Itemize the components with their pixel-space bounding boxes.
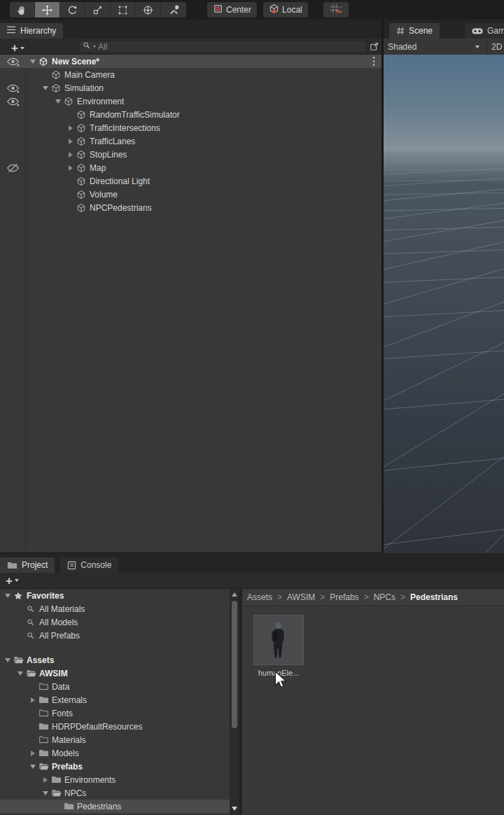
expander-slot[interactable]: [53, 99, 63, 104]
project-item-data[interactable]: Data: [0, 680, 230, 693]
expander-right-icon[interactable]: [69, 152, 73, 158]
eye-off-icon[interactable]: [6, 163, 20, 173]
expander-down-icon[interactable]: [30, 60, 36, 64]
project-item-all-models[interactable]: All Models: [0, 615, 230, 629]
visibility-toggle[interactable]: [0, 161, 25, 174]
rotate-tool-button[interactable]: [60, 2, 85, 18]
project-item-hdrpdefaultresources[interactable]: HDRPDefaultResources: [0, 720, 230, 733]
visibility-toggle[interactable]: [0, 95, 25, 108]
scrollbar-thumb[interactable]: [232, 601, 237, 728]
project-item-npcs[interactable]: NPCs: [0, 786, 230, 800]
hand-tool-button[interactable]: [10, 2, 35, 18]
hierarchy-item-directional-light[interactable]: Directional Light: [0, 174, 382, 188]
project-item-prefabs[interactable]: Prefabs: [0, 760, 230, 773]
project-item-all-materials[interactable]: All Materials: [0, 602, 230, 615]
expander-right-icon[interactable]: [69, 139, 73, 144]
expander-right-icon[interactable]: [69, 125, 73, 131]
breadcrumb-item-assets[interactable]: Assets: [247, 592, 272, 602]
breadcrumb-item-pedestrians[interactable]: Pedestrians: [410, 592, 458, 602]
expander-slot[interactable]: [66, 125, 76, 131]
project-item-favorites[interactable]: Favorites: [0, 589, 230, 602]
scene-options-kebab-icon[interactable]: [372, 56, 375, 67]
expander-down-icon[interactable]: [43, 791, 48, 795]
hierarchy-item-randomtrafficsimulator[interactable]: RandomTrafficSimulator: [0, 108, 382, 121]
2d-mode-toggle[interactable]: 2D: [491, 42, 502, 52]
scroll-down-icon[interactable]: [232, 807, 237, 811]
tab-project[interactable]: Project: [0, 557, 55, 573]
expander-slot[interactable]: [41, 777, 50, 783]
project-item-assets[interactable]: Assets: [0, 653, 230, 667]
expander-slot[interactable]: [3, 658, 13, 662]
create-object-button[interactable]: +: [11, 42, 24, 54]
expander-slot[interactable]: [28, 697, 38, 703]
expander-slot[interactable]: [28, 765, 38, 769]
expander-down-icon[interactable]: [5, 658, 10, 662]
expander-slot[interactable]: [66, 152, 76, 158]
hierarchy-item-new-scene[interactable]: New Scene*: [0, 55, 382, 68]
eye-icon[interactable]: [6, 83, 20, 93]
transform-tool-button[interactable]: [136, 2, 161, 18]
scene-viewport[interactable]: [382, 55, 504, 553]
rect-tool-button[interactable]: [111, 2, 136, 18]
shading-dropdown-caret-icon[interactable]: [475, 46, 479, 48]
project-item-models[interactable]: Models: [0, 746, 230, 760]
expander-down-icon[interactable]: [43, 86, 48, 90]
tab-game[interactable]: Game: [465, 23, 504, 39]
project-tree-scrollbar[interactable]: [230, 589, 239, 815]
orientation-mode-button[interactable]: Local: [263, 2, 308, 18]
hierarchy-item-main-camera[interactable]: Main Camera: [0, 68, 382, 81]
visibility-toggle[interactable]: [0, 55, 25, 68]
asset-thumbnail[interactable]: [253, 615, 304, 665]
expander-down-icon[interactable]: [55, 99, 61, 104]
project-item-awsim[interactable]: AWSIM: [0, 667, 230, 680]
expander-slot[interactable]: [15, 671, 25, 676]
hierarchy-item-trafficlanes[interactable]: TrafficLanes: [0, 134, 382, 148]
expander-slot[interactable]: [41, 791, 50, 795]
breadcrumb-item-npcs[interactable]: NPCs: [374, 592, 396, 602]
eye-icon[interactable]: [6, 97, 20, 106]
tab-console[interactable]: Console: [60, 557, 118, 573]
search-input[interactable]: [98, 42, 363, 52]
grid-snap-button[interactable]: [323, 2, 349, 18]
move-tool-button[interactable]: [35, 2, 60, 18]
hierarchy-search-field[interactable]: [78, 41, 367, 53]
expander-right-icon[interactable]: [43, 777, 48, 783]
expander-down-icon[interactable]: [5, 594, 10, 598]
expander-slot[interactable]: [28, 60, 38, 64]
scale-tool-button[interactable]: [85, 2, 111, 18]
hierarchy-item-stoplines[interactable]: StopLines: [0, 148, 382, 161]
hierarchy-item-volume[interactable]: Volume: [0, 188, 382, 201]
breadcrumb-item-prefabs[interactable]: Prefabs: [330, 592, 358, 602]
project-item-pedestrians[interactable]: Pedestrians: [0, 800, 230, 813]
expander-right-icon[interactable]: [69, 165, 73, 171]
expander-slot[interactable]: [66, 165, 76, 171]
expander-slot[interactable]: [28, 751, 38, 756]
project-item-all-prefabs[interactable]: All Prefabs: [0, 629, 230, 642]
project-item-fonts[interactable]: Fonts: [0, 706, 230, 720]
hierarchy-item-map[interactable]: Map: [0, 161, 382, 174]
breadcrumb-item-awsim[interactable]: AWSIM: [287, 592, 315, 602]
eye-icon[interactable]: [6, 57, 20, 67]
create-asset-button[interactable]: +: [6, 575, 19, 587]
hierarchy-item-environment[interactable]: Environment: [0, 95, 382, 108]
project-item-externals[interactable]: Externals: [0, 693, 230, 706]
hierarchy-item-trafficintersections[interactable]: TrafficIntersections: [0, 121, 382, 134]
project-item-materials[interactable]: Materials: [0, 733, 230, 746]
expander-right-icon[interactable]: [31, 697, 35, 703]
shading-mode-dropdown[interactable]: Shaded: [388, 42, 416, 52]
tab-scene[interactable]: Scene: [389, 23, 440, 39]
expander-slot[interactable]: [41, 86, 50, 90]
expander-down-icon[interactable]: [30, 765, 36, 769]
open-search-window-icon[interactable]: [369, 41, 380, 52]
expander-right-icon[interactable]: [31, 751, 35, 756]
hierarchy-item-npcpedestrians[interactable]: NPCPedestrians: [0, 201, 382, 214]
visibility-toggle[interactable]: [0, 81, 25, 95]
scroll-up-icon[interactable]: [232, 592, 237, 597]
tab-hierarchy[interactable]: Hierarchy: [0, 23, 63, 39]
project-item-environments[interactable]: Environments: [0, 773, 230, 786]
custom-tools-button[interactable]: [161, 2, 186, 18]
expander-slot[interactable]: [66, 139, 76, 144]
expander-down-icon[interactable]: [18, 671, 23, 676]
hierarchy-item-simulation[interactable]: Simulation: [0, 81, 382, 95]
pivot-mode-button[interactable]: Center: [207, 2, 257, 18]
